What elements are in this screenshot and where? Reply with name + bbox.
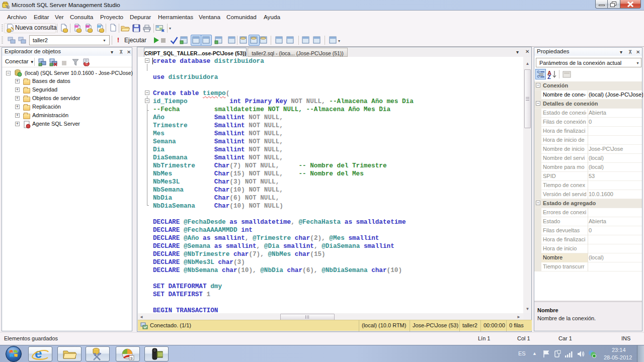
svg-text:9: 9 bbox=[130, 356, 133, 360]
